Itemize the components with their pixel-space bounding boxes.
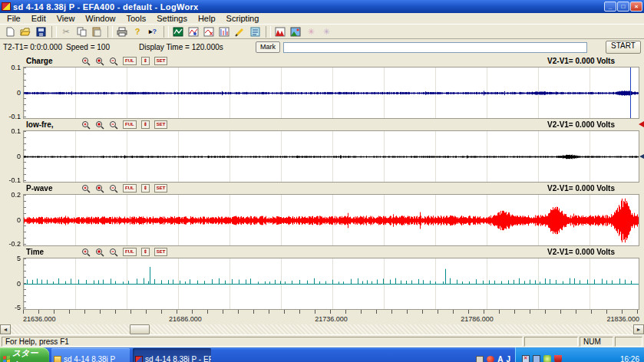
window-titlebar: sd 4-14 8.38j P - EFA400 - default - Log… <box>0 0 644 13</box>
scrollbar-thumb[interactable] <box>130 324 150 334</box>
scroll-right-button[interactable]: ► <box>633 324 644 334</box>
open-file-icon[interactable] <box>18 25 33 38</box>
x-tick-label: 21786.000 <box>461 315 494 323</box>
p-wave-waveform <box>24 195 639 245</box>
new-file-icon[interactable] <box>2 25 18 38</box>
ime-toolbar: A J <box>471 347 515 362</box>
pan-marker-blue-icon[interactable] <box>639 154 644 159</box>
pattern-b-icon[interactable]: ✳ <box>319 25 334 38</box>
zoom-out-icon[interactable] <box>109 248 118 257</box>
ime-mode-a[interactable]: A <box>497 355 503 362</box>
fit-vertical-icon[interactable]: ⇕ <box>141 248 150 256</box>
fit-vertical-icon[interactable]: ⇕ <box>141 184 150 193</box>
about-help-icon[interactable]: ? <box>130 25 145 38</box>
pan-marker-red-icon[interactable] <box>639 121 644 127</box>
scroll-left-button[interactable]: ◄ <box>0 324 11 334</box>
zoom-out-icon[interactable] <box>109 184 118 193</box>
network-error-icon[interactable] <box>522 355 530 362</box>
zoom-in-icon[interactable] <box>81 120 91 130</box>
taskbar: スタート sd 4-14 8.38j P sd 4-14 8.38j P - E… <box>0 347 644 362</box>
zoom-in-icon[interactable] <box>81 57 91 66</box>
p-wave-plot[interactable] <box>23 194 639 246</box>
status-cell <box>524 337 578 347</box>
properties-icon[interactable] <box>247 25 263 38</box>
maximize-button[interactable]: □ <box>617 2 629 12</box>
printer-icon[interactable] <box>476 356 484 362</box>
charge-waveform <box>24 67 639 118</box>
security-shield-icon[interactable] <box>554 355 562 362</box>
zoom-in-icon[interactable] <box>81 184 91 193</box>
time-cursor-line[interactable] <box>630 67 631 118</box>
start-button[interactable]: START <box>606 41 641 54</box>
control-row: T2-T1= 0:0:0.000 Speed = 100 Display Tim… <box>0 39 644 55</box>
menu-view[interactable]: View <box>51 14 81 23</box>
full-scale-icon[interactable]: FUL <box>123 57 137 65</box>
chart-delete-icon[interactable]: x <box>201 25 216 38</box>
pattern-a-icon[interactable]: ✳ <box>303 25 319 38</box>
full-scale-icon[interactable]: FUL <box>123 120 137 129</box>
taskbar-item-logworx[interactable]: sd 4-14 8.38j P - EF... <box>133 348 211 362</box>
view-chart-icon[interactable] <box>170 25 186 38</box>
zoom-out-icon[interactable] <box>109 120 118 130</box>
zoom-reset-icon[interactable] <box>95 184 104 193</box>
zoom-reset-icon[interactable] <box>95 120 104 130</box>
updates-icon[interactable] <box>543 355 551 362</box>
set-range-icon[interactable]: SET <box>154 57 168 65</box>
edit-pencil-icon[interactable] <box>232 25 247 38</box>
zoom-reset-icon[interactable] <box>95 57 104 66</box>
panel-time-header: Time FUL ⇕ SET V2-V1= 0.000 Volts <box>0 246 644 258</box>
status-message: For Help, press F1 <box>2 337 523 347</box>
display-time-readout: Display Time = 120.000s <box>139 43 256 51</box>
scrollbar-track[interactable] <box>11 324 633 334</box>
cut-icon[interactable]: ✂ <box>58 25 74 38</box>
ime-mode-j[interactable]: J <box>506 355 510 362</box>
time-plot[interactable] <box>23 258 639 310</box>
chart-region: Charge FUL ⇕ SET V2-V1= 0.000 Volts 0.1 … <box>0 55 644 334</box>
zoom-in-icon[interactable] <box>81 248 91 257</box>
chart-cursor-icon[interactable] <box>186 25 201 38</box>
x-tick-label: 21686.000 <box>169 315 202 323</box>
panel-time-body: 5 0 -5 <box>0 258 639 310</box>
context-help-icon[interactable]: ▸? <box>145 25 160 38</box>
set-range-icon[interactable]: SET <box>154 248 168 256</box>
menu-settings[interactable]: Settings <box>151 14 193 23</box>
full-scale-icon[interactable]: FUL <box>123 248 137 256</box>
ime-ball-icon[interactable] <box>487 356 494 362</box>
toolbar-separator <box>266 26 271 38</box>
menu-window[interactable]: Window <box>80 14 121 23</box>
menu-tools[interactable]: Tools <box>121 14 151 23</box>
channel-label: low-fre, <box>26 120 81 129</box>
save-file-icon[interactable] <box>33 25 48 38</box>
start-menu-button[interactable]: スタート <box>0 347 49 362</box>
menu-help[interactable]: Help <box>193 14 221 23</box>
paste-icon[interactable] <box>89 25 104 38</box>
menu-edit[interactable]: Edit <box>26 14 51 23</box>
fit-vertical-icon[interactable]: ⇕ <box>141 57 150 65</box>
set-range-icon[interactable]: SET <box>154 120 168 129</box>
full-scale-icon[interactable]: FUL <box>123 184 137 193</box>
low-fre-plot[interactable] <box>23 130 639 183</box>
copy-icon[interactable] <box>74 25 89 38</box>
print-icon[interactable] <box>114 25 130 38</box>
channel-label: Time <box>26 248 81 256</box>
mark-button[interactable]: Mark <box>256 41 280 53</box>
zoom-out-icon[interactable] <box>109 57 118 66</box>
mark-input[interactable] <box>283 42 587 53</box>
close-button[interactable]: × <box>630 2 642 12</box>
windows-flag-icon <box>3 355 10 362</box>
image-view-icon[interactable] <box>288 25 303 38</box>
menu-file[interactable]: File <box>2 14 26 23</box>
time-waveform <box>24 258 639 309</box>
histogram-red-icon[interactable] <box>272 25 288 38</box>
network-icon[interactable] <box>533 355 540 362</box>
charge-plot[interactable] <box>23 67 639 119</box>
zoom-reset-icon[interactable] <box>95 248 104 257</box>
start-label: スタート <box>12 347 43 362</box>
spectrum-view-icon[interactable] <box>216 25 232 38</box>
minimize-button[interactable]: _ <box>604 2 616 12</box>
toolbar-separator <box>51 26 57 38</box>
set-range-icon[interactable]: SET <box>154 184 168 193</box>
taskbar-item-folder[interactable]: sd 4-14 8.38j P <box>51 348 130 362</box>
fit-vertical-icon[interactable]: ⇕ <box>141 120 150 129</box>
menu-scripting[interactable]: Scripting <box>221 14 265 23</box>
